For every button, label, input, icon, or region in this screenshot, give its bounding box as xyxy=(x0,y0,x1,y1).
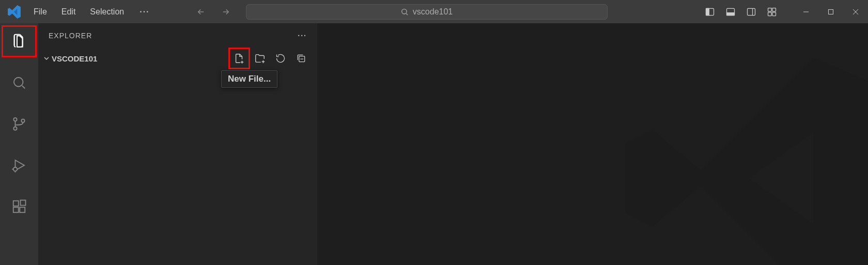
nav-forward-icon[interactable] xyxy=(221,7,230,17)
activity-source-control[interactable] xyxy=(4,111,35,137)
nav-arrows xyxy=(196,7,230,17)
extensions-icon xyxy=(11,199,27,214)
maximize-button[interactable] xyxy=(818,0,843,23)
command-center-text: vscode101 xyxy=(413,7,453,17)
svg-point-19 xyxy=(13,127,17,130)
svg-rect-13 xyxy=(829,9,833,14)
toggle-panel-icon[interactable] xyxy=(724,6,737,18)
command-center[interactable]: vscode101 xyxy=(246,4,608,20)
new-folder-icon xyxy=(254,53,266,64)
svg-rect-25 xyxy=(13,207,19,212)
svg-point-20 xyxy=(21,119,24,122)
activity-run-debug[interactable] xyxy=(4,152,35,178)
svg-rect-5 xyxy=(727,12,735,15)
highlight-box xyxy=(2,25,37,57)
close-button[interactable] xyxy=(843,0,868,23)
vscode-watermark-icon xyxy=(620,44,868,265)
svg-point-16 xyxy=(14,77,23,87)
search-icon xyxy=(400,8,409,16)
folder-name: VSCODE101 xyxy=(52,54,97,63)
svg-point-18 xyxy=(13,118,17,121)
new-folder-button[interactable] xyxy=(252,51,268,66)
title-bar: File Edit Selection ··· vscode101 xyxy=(0,0,868,23)
menu-bar: File Edit Selection xyxy=(28,7,124,17)
folder-actions: New File... xyxy=(231,51,317,66)
new-file-button[interactable]: New File... xyxy=(231,51,247,66)
body: EXPLORER ··· VSCODE101 New File... xyxy=(0,23,868,265)
collapse-folders-button[interactable] xyxy=(293,51,309,66)
menu-selection[interactable]: Selection xyxy=(90,7,124,17)
minimize-button[interactable] xyxy=(794,0,818,23)
customize-layout-icon[interactable] xyxy=(766,6,778,18)
svg-line-1 xyxy=(406,13,408,15)
new-file-icon xyxy=(234,53,245,64)
svg-point-0 xyxy=(401,9,406,13)
svg-rect-3 xyxy=(706,8,709,15)
explorer-header: EXPLORER ··· xyxy=(38,23,317,48)
collapse-all-icon xyxy=(296,53,306,64)
vscode-window: File Edit Selection ··· vscode101 xyxy=(0,0,868,265)
git-branch-icon xyxy=(11,116,27,132)
activity-explorer[interactable] xyxy=(4,28,35,54)
layout-controls xyxy=(704,6,778,18)
svg-rect-9 xyxy=(772,8,776,11)
svg-rect-10 xyxy=(768,12,772,15)
debug-icon xyxy=(11,158,27,173)
svg-rect-11 xyxy=(772,12,776,15)
vscode-logo-icon xyxy=(0,5,28,19)
refresh-button[interactable] xyxy=(273,51,288,66)
window-controls xyxy=(794,0,868,23)
activity-bar xyxy=(0,23,38,265)
svg-rect-8 xyxy=(768,8,772,11)
explorer-title: EXPLORER xyxy=(49,32,92,40)
search-icon xyxy=(11,75,27,90)
refresh-icon xyxy=(275,53,286,64)
menu-file[interactable]: File xyxy=(34,7,47,17)
svg-point-21 xyxy=(13,167,18,172)
nav-back-icon[interactable] xyxy=(196,7,206,17)
tooltip-new-file: New File... xyxy=(221,70,277,88)
activity-extensions[interactable] xyxy=(4,194,35,220)
sidebar-explorer: EXPLORER ··· VSCODE101 New File... xyxy=(38,23,317,265)
svg-rect-24 xyxy=(13,201,19,206)
activity-search[interactable] xyxy=(4,70,35,96)
menu-edit[interactable]: Edit xyxy=(61,7,76,17)
chevron-down-icon xyxy=(41,54,52,63)
svg-rect-6 xyxy=(748,8,755,15)
folder-section[interactable]: VSCODE101 New File... xyxy=(38,48,317,69)
explorer-more-icon[interactable]: ··· xyxy=(298,32,307,40)
toggle-secondary-sidebar-icon[interactable] xyxy=(745,6,757,18)
menu-more-icon[interactable]: ··· xyxy=(140,7,149,17)
svg-rect-26 xyxy=(20,207,25,212)
svg-line-17 xyxy=(22,86,25,88)
svg-rect-27 xyxy=(21,200,26,206)
toggle-primary-sidebar-icon[interactable] xyxy=(704,6,716,18)
editor-area xyxy=(317,23,868,265)
